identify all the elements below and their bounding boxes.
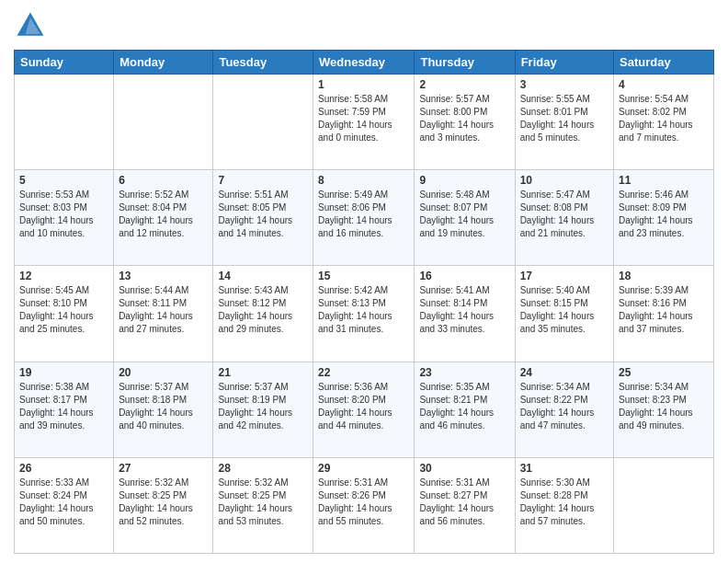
day-number: 24 (520, 366, 609, 379)
day-number: 14 (218, 270, 308, 282)
calendar-cell (15, 75, 114, 170)
calendar-cell (213, 75, 313, 170)
day-number: 3 (520, 78, 609, 91)
day-info: Sunrise: 5:37 AM Sunset: 8:19 PM Dayligh… (218, 381, 308, 432)
calendar-cell: 20Sunrise: 5:37 AM Sunset: 8:18 PM Dayli… (114, 362, 213, 457)
day-number: 29 (318, 462, 409, 475)
calendar-cell: 26Sunrise: 5:33 AM Sunset: 8:24 PM Dayli… (15, 457, 114, 553)
day-info: Sunrise: 5:37 AM Sunset: 8:18 PM Dayligh… (119, 381, 208, 432)
day-number: 23 (419, 366, 509, 379)
calendar-header-saturday: Saturday (614, 51, 714, 75)
calendar-cell: 16Sunrise: 5:41 AM Sunset: 8:14 PM Dayli… (415, 266, 515, 362)
calendar-cell: 30Sunrise: 5:31 AM Sunset: 8:27 PM Dayli… (415, 457, 515, 553)
calendar-header-row: SundayMondayTuesdayWednesdayThursdayFrid… (15, 51, 714, 75)
calendar-cell: 18Sunrise: 5:39 AM Sunset: 8:16 PM Dayli… (614, 266, 714, 362)
day-number: 19 (19, 366, 108, 379)
day-info: Sunrise: 5:34 AM Sunset: 8:22 PM Dayligh… (520, 381, 609, 432)
calendar-cell: 7Sunrise: 5:51 AM Sunset: 8:05 PM Daylig… (213, 170, 313, 266)
calendar-cell: 5Sunrise: 5:53 AM Sunset: 8:03 PM Daylig… (15, 170, 114, 266)
calendar-cell: 29Sunrise: 5:31 AM Sunset: 8:26 PM Dayli… (313, 457, 415, 553)
day-number: 5 (19, 174, 108, 187)
day-info: Sunrise: 5:36 AM Sunset: 8:20 PM Dayligh… (318, 381, 409, 432)
calendar-header-tuesday: Tuesday (213, 51, 313, 75)
day-number: 13 (119, 270, 208, 282)
calendar-cell: 14Sunrise: 5:43 AM Sunset: 8:12 PM Dayli… (213, 266, 313, 362)
day-number: 4 (619, 78, 709, 91)
calendar-header-friday: Friday (515, 51, 613, 75)
calendar-cell: 24Sunrise: 5:34 AM Sunset: 8:22 PM Dayli… (515, 362, 613, 457)
day-info: Sunrise: 5:34 AM Sunset: 8:23 PM Dayligh… (619, 381, 709, 432)
calendar-cell: 19Sunrise: 5:38 AM Sunset: 8:17 PM Dayli… (15, 362, 114, 457)
day-info: Sunrise: 5:42 AM Sunset: 8:13 PM Dayligh… (318, 284, 409, 336)
day-info: Sunrise: 5:38 AM Sunset: 8:17 PM Dayligh… (19, 381, 108, 432)
day-number: 8 (318, 174, 409, 187)
calendar-cell: 1Sunrise: 5:58 AM Sunset: 7:59 PM Daylig… (313, 75, 415, 170)
day-info: Sunrise: 5:35 AM Sunset: 8:21 PM Dayligh… (419, 381, 509, 432)
day-info: Sunrise: 5:33 AM Sunset: 8:24 PM Dayligh… (19, 477, 108, 528)
calendar-header-sunday: Sunday (15, 51, 114, 75)
day-info: Sunrise: 5:54 AM Sunset: 8:02 PM Dayligh… (619, 93, 709, 144)
calendar-cell: 12Sunrise: 5:45 AM Sunset: 8:10 PM Dayli… (15, 266, 114, 362)
day-number: 7 (218, 174, 308, 187)
calendar-cell: 27Sunrise: 5:32 AM Sunset: 8:25 PM Dayli… (114, 457, 213, 553)
calendar: SundayMondayTuesdayWednesdayThursdayFrid… (14, 50, 714, 554)
calendar-cell: 31Sunrise: 5:30 AM Sunset: 8:28 PM Dayli… (515, 457, 613, 553)
day-info: Sunrise: 5:57 AM Sunset: 8:00 PM Dayligh… (419, 93, 509, 144)
page: SundayMondayTuesdayWednesdayThursdayFrid… (0, 0, 728, 563)
calendar-cell: 9Sunrise: 5:48 AM Sunset: 8:07 PM Daylig… (415, 170, 515, 266)
day-info: Sunrise: 5:55 AM Sunset: 8:01 PM Dayligh… (520, 93, 609, 144)
day-info: Sunrise: 5:45 AM Sunset: 8:10 PM Dayligh… (19, 284, 108, 336)
day-info: Sunrise: 5:53 AM Sunset: 8:03 PM Dayligh… (19, 189, 108, 240)
calendar-cell: 3Sunrise: 5:55 AM Sunset: 8:01 PM Daylig… (515, 75, 613, 170)
day-number: 12 (19, 270, 108, 282)
day-info: Sunrise: 5:32 AM Sunset: 8:25 PM Dayligh… (218, 477, 308, 528)
calendar-cell: 13Sunrise: 5:44 AM Sunset: 8:11 PM Dayli… (114, 266, 213, 362)
calendar-header-wednesday: Wednesday (313, 51, 415, 75)
day-info: Sunrise: 5:52 AM Sunset: 8:04 PM Dayligh… (119, 189, 208, 240)
calendar-cell: 22Sunrise: 5:36 AM Sunset: 8:20 PM Dayli… (313, 362, 415, 457)
day-info: Sunrise: 5:46 AM Sunset: 8:09 PM Dayligh… (619, 189, 709, 240)
day-number: 15 (318, 270, 409, 282)
day-info: Sunrise: 5:48 AM Sunset: 8:07 PM Dayligh… (419, 189, 509, 240)
logo-icon (14, 9, 47, 42)
calendar-cell: 23Sunrise: 5:35 AM Sunset: 8:21 PM Dayli… (415, 362, 515, 457)
day-info: Sunrise: 5:58 AM Sunset: 7:59 PM Dayligh… (318, 93, 409, 144)
day-info: Sunrise: 5:49 AM Sunset: 8:06 PM Dayligh… (318, 189, 409, 240)
calendar-header-monday: Monday (114, 51, 213, 75)
calendar-cell: 21Sunrise: 5:37 AM Sunset: 8:19 PM Dayli… (213, 362, 313, 457)
calendar-cell: 17Sunrise: 5:40 AM Sunset: 8:15 PM Dayli… (515, 266, 613, 362)
day-info: Sunrise: 5:51 AM Sunset: 8:05 PM Dayligh… (218, 189, 308, 240)
calendar-cell: 4Sunrise: 5:54 AM Sunset: 8:02 PM Daylig… (614, 75, 714, 170)
day-number: 18 (619, 270, 709, 282)
day-info: Sunrise: 5:43 AM Sunset: 8:12 PM Dayligh… (218, 284, 308, 336)
day-info: Sunrise: 5:31 AM Sunset: 8:26 PM Dayligh… (318, 477, 409, 528)
day-number: 30 (419, 462, 509, 475)
day-number: 2 (419, 78, 509, 91)
calendar-cell: 10Sunrise: 5:47 AM Sunset: 8:08 PM Dayli… (515, 170, 613, 266)
calendar-cell: 2Sunrise: 5:57 AM Sunset: 8:00 PM Daylig… (415, 75, 515, 170)
day-number: 28 (218, 462, 308, 475)
calendar-week-3: 12Sunrise: 5:45 AM Sunset: 8:10 PM Dayli… (15, 266, 714, 362)
day-number: 21 (218, 366, 308, 379)
day-number: 16 (419, 270, 509, 282)
day-number: 31 (520, 462, 609, 475)
calendar-week-2: 5Sunrise: 5:53 AM Sunset: 8:03 PM Daylig… (15, 170, 714, 266)
day-number: 6 (119, 174, 208, 187)
day-info: Sunrise: 5:47 AM Sunset: 8:08 PM Dayligh… (520, 189, 609, 240)
day-info: Sunrise: 5:44 AM Sunset: 8:11 PM Dayligh… (119, 284, 208, 336)
day-info: Sunrise: 5:30 AM Sunset: 8:28 PM Dayligh… (520, 477, 609, 528)
calendar-cell: 15Sunrise: 5:42 AM Sunset: 8:13 PM Dayli… (313, 266, 415, 362)
calendar-cell: 25Sunrise: 5:34 AM Sunset: 8:23 PM Dayli… (614, 362, 714, 457)
day-number: 11 (619, 174, 709, 187)
calendar-header-thursday: Thursday (415, 51, 515, 75)
calendar-cell: 28Sunrise: 5:32 AM Sunset: 8:25 PM Dayli… (213, 457, 313, 553)
calendar-cell (114, 75, 213, 170)
day-number: 27 (119, 462, 208, 475)
calendar-cell: 8Sunrise: 5:49 AM Sunset: 8:06 PM Daylig… (313, 170, 415, 266)
calendar-week-5: 26Sunrise: 5:33 AM Sunset: 8:24 PM Dayli… (15, 457, 714, 553)
day-number: 20 (119, 366, 208, 379)
day-info: Sunrise: 5:31 AM Sunset: 8:27 PM Dayligh… (419, 477, 509, 528)
calendar-cell (614, 457, 714, 553)
day-info: Sunrise: 5:41 AM Sunset: 8:14 PM Dayligh… (419, 284, 509, 336)
day-number: 22 (318, 366, 409, 379)
